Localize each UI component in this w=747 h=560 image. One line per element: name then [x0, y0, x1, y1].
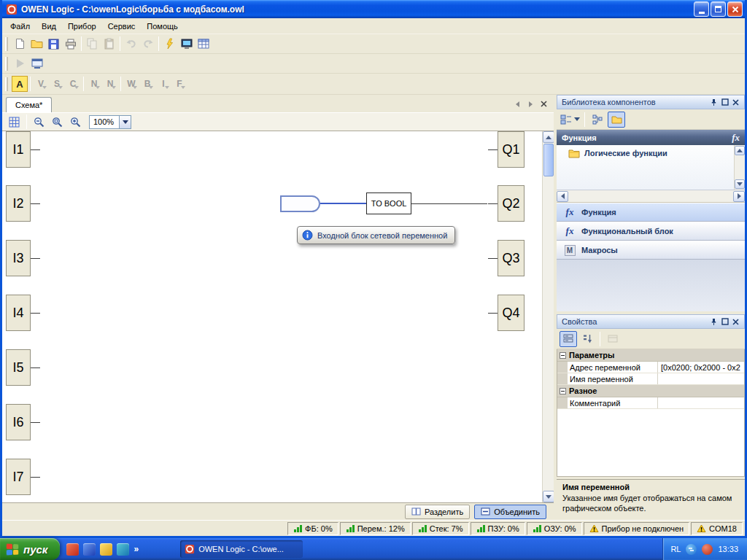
input-block[interactable]: I6 — [6, 404, 31, 440]
float-window-icon[interactable] — [719, 316, 730, 327]
library-horizontal-scrollbar[interactable] — [557, 190, 745, 203]
alphabetical-sort-button[interactable] — [578, 331, 596, 347]
tab-schema[interactable]: Схема* — [6, 97, 52, 112]
split-label: Разделить — [425, 508, 463, 516]
taskbar-app-button[interactable]: OWEN Logic - C:\owe... — [180, 540, 303, 558]
device-button[interactable] — [178, 36, 195, 52]
menu-service[interactable]: Сервис — [102, 20, 142, 33]
merge-button[interactable]: Объединить — [474, 505, 546, 519]
close-panel-icon[interactable] — [730, 97, 741, 107]
conversion-button-9: F — [171, 76, 187, 92]
tree-item-logic-functions[interactable]: Логические функции — [557, 145, 745, 161]
start-button[interactable]: пуск — [0, 538, 60, 560]
tree-scrollbar[interactable] — [734, 145, 745, 190]
scroll-right-button[interactable] — [733, 191, 745, 202]
group-label: Параметры — [569, 351, 614, 359]
merge-icon — [481, 508, 490, 516]
open-file-button[interactable] — [28, 36, 45, 52]
library-group-header[interactable]: Функция fx — [557, 130, 745, 145]
undo-button — [123, 36, 139, 52]
tab-scroll-right-button[interactable] — [525, 98, 536, 109]
simulation-button[interactable] — [161, 36, 178, 52]
menu-help[interactable]: Помощь — [141, 20, 184, 33]
scroll-thumb[interactable] — [543, 144, 554, 176]
tree-scroll-down-button[interactable] — [735, 179, 745, 189]
input-block[interactable]: I5 — [6, 349, 31, 386]
minimize-button[interactable] — [694, 1, 709, 17]
zoom-combobox[interactable]: 100% — [89, 115, 131, 129]
play-icon — [17, 59, 24, 68]
property-value[interactable] — [658, 397, 744, 408]
collapse-icon[interactable] — [560, 388, 566, 394]
language-indicator[interactable]: RL — [670, 545, 681, 553]
property-value[interactable] — [658, 373, 744, 384]
close-panel-icon[interactable] — [730, 316, 741, 327]
sort-button[interactable] — [589, 112, 606, 128]
conversion-button-4: N — [86, 76, 102, 92]
meter-icon — [293, 524, 302, 533]
new-file-button[interactable] — [12, 36, 28, 52]
input-block[interactable]: I1 — [6, 131, 31, 168]
menu-device[interactable]: Прибор — [62, 20, 102, 33]
section-function-block[interactable]: fx Функциональный блок — [557, 222, 745, 241]
canvas-vertical-scrollbar[interactable] — [542, 131, 554, 502]
print-button[interactable] — [62, 36, 79, 52]
view-mode-button[interactable] — [560, 112, 581, 128]
quick-launch-icon-2[interactable] — [83, 543, 96, 556]
network-variable-block[interactable] — [280, 195, 320, 212]
scroll-up-button[interactable] — [543, 131, 554, 143]
property-value[interactable]: [0x0200; 0x2000 - 0x2 — [658, 362, 744, 373]
categorized-button[interactable] — [560, 331, 577, 347]
menu-view[interactable]: Вид — [36, 20, 62, 33]
output-block[interactable]: Q3 — [498, 240, 525, 276]
pin-icon[interactable] — [708, 316, 719, 327]
toolbar-grip[interactable] — [5, 57, 8, 71]
output-block[interactable]: Q2 — [498, 185, 525, 222]
output-block[interactable]: Q4 — [498, 295, 525, 331]
save-button[interactable] — [45, 36, 62, 52]
float-window-icon[interactable] — [719, 97, 730, 107]
tray-network-icon[interactable] — [686, 544, 697, 555]
grid-toggle-button[interactable] — [6, 114, 23, 130]
quick-launch-icon-1[interactable] — [66, 543, 79, 556]
variables-table-button[interactable] — [195, 36, 212, 52]
menu-file[interactable]: Файл — [4, 20, 36, 33]
insert-text-button[interactable]: A — [12, 76, 28, 92]
input-block[interactable]: I3 — [6, 240, 31, 276]
tree-scroll-up-button[interactable] — [735, 146, 745, 155]
zoom-fit-button[interactable] — [67, 114, 84, 130]
tab-close-button[interactable] — [538, 98, 549, 109]
quick-launch-overflow[interactable]: » — [133, 544, 139, 554]
quick-launch-icon-4[interactable] — [117, 543, 129, 556]
meter-icon — [476, 524, 485, 533]
toolbar-grip[interactable] — [5, 37, 8, 51]
close-button[interactable] — [727, 1, 743, 17]
toolbar-grip[interactable] — [5, 77, 8, 91]
scroll-down-button[interactable] — [543, 491, 554, 502]
pin-icon[interactable] — [708, 97, 719, 107]
section-macros[interactable]: M Макросы — [557, 241, 745, 260]
collapse-icon[interactable] — [560, 352, 566, 359]
scroll-left-button[interactable] — [557, 191, 568, 202]
library-tree: Логические функции — [557, 145, 745, 190]
input-block[interactable]: I2 — [6, 185, 31, 222]
section-function[interactable]: fx Функция — [557, 203, 745, 222]
zoom-out-button[interactable] — [31, 114, 47, 130]
tab-scroll-left-button[interactable] — [511, 98, 523, 109]
quick-launch-icon-3[interactable] — [100, 543, 112, 556]
folders-view-button[interactable] — [608, 112, 625, 128]
to-bool-block[interactable]: TO BOOL — [366, 192, 411, 214]
online-monitor-button[interactable] — [28, 55, 45, 71]
zoom-window-button[interactable] — [49, 114, 66, 130]
maximize-button[interactable] — [711, 1, 726, 17]
input-block[interactable]: I4 — [6, 295, 31, 331]
description-title: Имя переменной — [562, 483, 739, 491]
input-block[interactable]: I7 — [6, 459, 31, 495]
zoom-dropdown-button[interactable] — [119, 116, 131, 128]
schematic-canvas[interactable]: I1 I2 I3 I4 I5 I6 I7 Q1 Q2 Q3 Q4 TO BOOL — [2, 131, 554, 502]
fx-icon: fx — [732, 132, 740, 144]
output-block[interactable]: Q1 — [498, 131, 525, 168]
split-button[interactable]: Разделить — [405, 505, 470, 519]
title-bar[interactable]: OWEN Logic - C:\owenLogic\борьба с модба… — [2, 0, 745, 18]
tray-app-icon[interactable] — [702, 544, 713, 555]
